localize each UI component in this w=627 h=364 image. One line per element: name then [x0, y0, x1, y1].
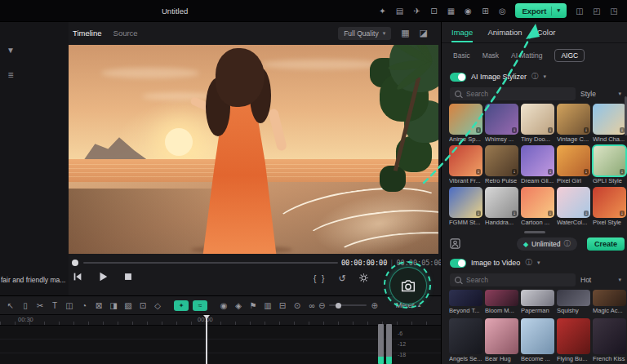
marker-flag-icon[interactable]: ⚑	[247, 301, 260, 310]
scrubber-track[interactable]	[83, 262, 338, 264]
export-button[interactable]: Export ▾	[515, 3, 567, 18]
timeline-ruler[interactable]: 00:30 00:00	[0, 314, 441, 326]
speed-tool-icon[interactable]: ◔	[78, 301, 91, 310]
layout-grid-icon[interactable]: ▦	[401, 28, 409, 38]
zoom-slider-handle[interactable]	[336, 303, 341, 309]
media-item-name[interactable]: fair and friendly ma...	[1, 276, 68, 284]
style-thumbnail[interactable]: ↓	[557, 145, 590, 176]
track-lane[interactable]	[0, 340, 441, 353]
video-template-thumbnail[interactable]	[593, 290, 626, 306]
snap-magnet-icon[interactable]: ⊙	[291, 301, 304, 310]
panels-icon[interactable]: ◰	[592, 7, 602, 16]
zoom-out-icon[interactable]: ⊖	[318, 301, 325, 310]
image-to-video-toggle[interactable]	[450, 259, 466, 268]
style-item[interactable]: ↓ GPLI Style	[593, 145, 626, 185]
style-thumbnail[interactable]: ↓	[521, 187, 554, 218]
chevron-down-icon[interactable]: ▾	[537, 260, 540, 266]
style-item[interactable]: ↓ Pixel Style	[593, 187, 626, 227]
video-template-thumbnail[interactable]	[557, 290, 590, 306]
snapshot-tool-icon[interactable]: ⊡	[136, 301, 149, 310]
panel-subtab[interactable]: AI Matting	[511, 51, 542, 60]
style-thumbnail[interactable]: ↓	[449, 104, 482, 135]
style-item[interactable]: ↓ Vintage C...	[557, 104, 590, 144]
style-item[interactable]: ↓ Vibrant Fr...	[449, 145, 482, 185]
preview-image-icon[interactable]: ◪	[420, 28, 428, 38]
marker-tool-icon[interactable]: ◇	[151, 301, 164, 310]
style-item[interactable]: ↓ Whimsy ...	[485, 104, 518, 144]
zoom-slider[interactable]	[329, 304, 367, 306]
video-template-item[interactable]: Squishy	[557, 290, 590, 315]
split-tool-icon[interactable]: ✂	[33, 301, 47, 310]
account-icon[interactable]: ◉	[463, 7, 473, 16]
style-thumbnail[interactable]: ↓	[593, 187, 626, 218]
zoom-in-icon[interactable]: ⊕	[371, 301, 377, 310]
style-item[interactable]: ↓ Handdra...	[485, 187, 518, 227]
video-preview[interactable]	[69, 45, 438, 254]
panel-tab[interactable]: Animation	[487, 28, 522, 42]
apps-icon[interactable]: ⊞	[480, 7, 490, 16]
filter-icon[interactable]: ▼	[5, 46, 16, 55]
video-template-thumbnail[interactable]	[449, 318, 482, 354]
video-template-thumbnail[interactable]	[485, 290, 518, 306]
style-item[interactable]: ↓ Cartoon ...	[521, 187, 554, 227]
video-template-item[interactable]: Beyond T...	[449, 290, 482, 315]
ai-copilot-icon[interactable]: ✦	[174, 300, 189, 311]
chroma-key-icon[interactable]: ▧	[122, 301, 135, 310]
video-template-item[interactable]: Magic Ac...	[593, 290, 626, 315]
preview-tab[interactable]: Source	[113, 29, 138, 38]
style-search-input[interactable]	[465, 89, 571, 99]
gift-icon[interactable]: ✦	[377, 7, 387, 16]
auto-ripple-icon[interactable]: ⊟	[276, 301, 289, 310]
keyframe-icon[interactable]: ◈	[232, 301, 245, 310]
scrollbar-horizontal[interactable]	[524, 231, 545, 233]
mark-in-out-icon[interactable]: { }	[314, 274, 326, 283]
stop-button[interactable]	[122, 271, 134, 282]
timeline-tracks[interactable]	[0, 326, 441, 364]
style-item[interactable]: ↓ Anime Sp...	[449, 104, 482, 144]
video-template-thumbnail[interactable]	[485, 318, 518, 354]
video-template-thumbnail[interactable]	[521, 290, 554, 306]
style-thumbnail[interactable]: ↓	[521, 104, 554, 135]
previous-frame-button[interactable]	[72, 271, 83, 282]
delete-tool-icon[interactable]: ⊠	[92, 301, 105, 310]
crop-tool-icon[interactable]: ◫	[63, 301, 76, 310]
style-thumbnail[interactable]: ↓	[521, 145, 554, 176]
panel-subtab[interactable]: AIGC	[554, 49, 585, 62]
video-template-item[interactable]: French Kiss	[593, 318, 626, 363]
video-search-input[interactable]	[465, 275, 571, 285]
video-template-item[interactable]: Paperman	[521, 290, 554, 315]
panel-tab[interactable]: Color	[537, 28, 556, 42]
render-preview-icon[interactable]: ↺	[338, 273, 345, 284]
track-lane[interactable]	[0, 326, 441, 340]
info-icon[interactable]: ⓘ	[525, 258, 532, 268]
style-thumbnail[interactable]: ↓	[557, 187, 590, 218]
video-template-thumbnail[interactable]	[557, 318, 590, 354]
resources-icon[interactable]: ▤	[394, 7, 404, 16]
notification-icon[interactable]: ◎	[497, 7, 507, 16]
chevron-down-icon[interactable]: ▾	[544, 73, 547, 80]
layout-icon[interactable]: ◫	[575, 7, 585, 16]
display-icon[interactable]: ⊡	[429, 7, 438, 16]
video-template-thumbnail[interactable]	[593, 318, 626, 354]
video-template-item[interactable]: Become ...	[521, 318, 554, 363]
video-template-item[interactable]: Angels Se...	[449, 318, 482, 363]
ai-audio-icon[interactable]: ≈	[193, 300, 207, 311]
hot-filter-dropdown[interactable]: Hot ▾	[580, 276, 621, 284]
style-item[interactable]: ↓ Dream Gli...	[521, 145, 554, 185]
create-button[interactable]: Create	[587, 237, 625, 251]
info-icon[interactable]: ⓘ	[531, 72, 539, 82]
unlimited-badge[interactable]: ◆ Unlimited ⓘ	[517, 237, 577, 251]
snapshot-camera-button[interactable]	[389, 267, 427, 304]
preview-tab[interactable]: Timeline	[73, 29, 102, 38]
video-template-thumbnail[interactable]	[449, 290, 482, 306]
ai-image-stylizer-toggle[interactable]	[450, 73, 466, 82]
style-item[interactable]: ↓ Pixel Girl	[557, 145, 590, 185]
video-template-item[interactable]: Bear Hug	[485, 318, 518, 363]
select-tool-icon[interactable]: ↖	[4, 301, 17, 310]
panel-subtab[interactable]: Mask	[482, 51, 499, 60]
style-thumbnail[interactable]: ↓	[485, 187, 518, 218]
record-voiceover-icon[interactable]: ◉	[217, 301, 230, 310]
play-button[interactable]	[97, 271, 109, 282]
trim-tool-icon[interactable]: ▯	[19, 301, 32, 310]
video-template-item[interactable]: Bloom M...	[485, 290, 518, 315]
